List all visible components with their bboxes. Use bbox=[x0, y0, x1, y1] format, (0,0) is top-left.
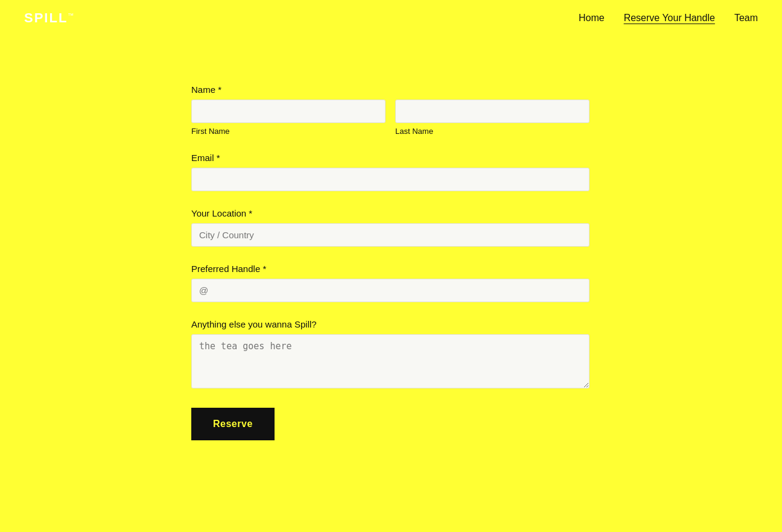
email-group: Email * bbox=[191, 153, 590, 191]
name-group: Name * First Name Last Name bbox=[191, 84, 590, 136]
first-name-sublabel: First Name bbox=[191, 127, 386, 136]
extra-group: Anything else you wanna Spill? bbox=[191, 319, 590, 391]
location-input[interactable] bbox=[191, 223, 590, 247]
name-label: Name * bbox=[191, 84, 590, 95]
first-name-col: First Name bbox=[191, 100, 386, 136]
name-row: First Name Last Name bbox=[191, 100, 590, 136]
extra-label: Anything else you wanna Spill? bbox=[191, 319, 590, 329]
location-group: Your Location * bbox=[191, 208, 590, 247]
nav-team[interactable]: Team bbox=[734, 13, 758, 24]
handle-group: Preferred Handle * bbox=[191, 264, 590, 302]
last-name-input[interactable] bbox=[395, 100, 590, 123]
last-name-col: Last Name bbox=[395, 100, 590, 136]
nav-home[interactable]: Home bbox=[579, 13, 605, 24]
site-logo: SPILL™ bbox=[24, 10, 75, 26]
email-input[interactable] bbox=[191, 168, 590, 191]
reserve-button[interactable]: Reserve bbox=[191, 408, 275, 440]
main-nav: Home Reserve Your Handle Team bbox=[579, 13, 758, 24]
first-name-input[interactable] bbox=[191, 100, 386, 123]
nav-reserve[interactable]: Reserve Your Handle bbox=[624, 13, 715, 24]
extra-textarea[interactable] bbox=[191, 334, 590, 388]
email-label: Email * bbox=[191, 153, 590, 163]
handle-label: Preferred Handle * bbox=[191, 264, 590, 274]
location-label: Your Location * bbox=[191, 208, 590, 218]
last-name-sublabel: Last Name bbox=[395, 127, 590, 136]
site-header: SPILL™ Home Reserve Your Handle Team bbox=[0, 0, 782, 36]
handle-input[interactable] bbox=[191, 279, 590, 302]
form-container: Name * First Name Last Name Email * Your… bbox=[179, 84, 602, 489]
